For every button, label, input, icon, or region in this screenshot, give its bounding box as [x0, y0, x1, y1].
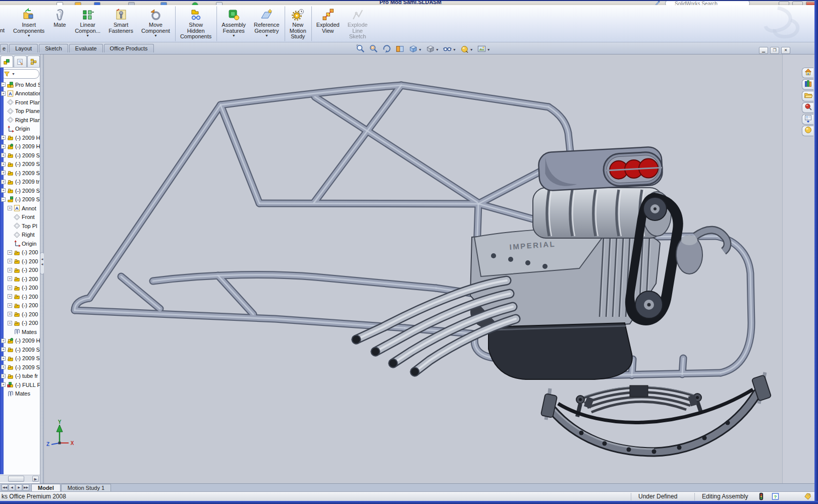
command-button[interactable]: Exploded View ▼ [311, 6, 344, 41]
tree-item[interactable]: Front [0, 213, 40, 222]
command-button[interactable]: Assembly Features ▼ [216, 6, 250, 41]
expand-toggle[interactable]: + [8, 250, 12, 255]
tree-horizontal-scrollbar[interactable]: ▶ [0, 475, 40, 482]
tree-item[interactable]: + (-) FULL Fl [0, 380, 40, 389]
front-axle-leaf-spring[interactable] [541, 372, 772, 454]
dropdown-arrow-icon[interactable]: ▼ [435, 48, 439, 51]
dropdown-arrow-icon[interactable]: ▼ [27, 34, 31, 37]
document-tab[interactable]: Model [31, 484, 61, 491]
expand-toggle[interactable]: + [1, 171, 6, 175]
expand-toggle[interactable]: + [1, 339, 6, 343]
task-pane-tab[interactable] [802, 126, 813, 136]
assembly-3d-model[interactable]: IMPERIAL [44, 54, 782, 483]
tree-item[interactable]: + (-) 200 [0, 301, 40, 310]
commandmanager-tab[interactable]: Office Products [104, 44, 154, 52]
tree-item[interactable]: + (-) 200 [0, 319, 40, 328]
viewport-canvas[interactable]: IMPERIAL [44, 54, 782, 483]
command-button[interactable]: Mate ▼ [48, 6, 71, 41]
tree-item[interactable]: − Pro Mod Sami [0, 80, 40, 89]
expand-toggle[interactable]: + [1, 374, 6, 378]
commandmanager-tab[interactable]: Evaluate [69, 44, 103, 52]
expand-toggle[interactable]: + [1, 153, 6, 157]
tree-item[interactable]: Origin [0, 239, 40, 248]
tag-icon[interactable] [803, 492, 812, 500]
expand-toggle[interactable]: + [8, 286, 12, 290]
tree-item[interactable]: + (-) 2009 S [0, 363, 40, 372]
tree-item[interactable]: Top Pl [0, 221, 40, 231]
expand-toggle[interactable]: + [8, 312, 12, 316]
tree-item[interactable]: Right [0, 231, 40, 240]
traffic-light-icon[interactable] [757, 492, 766, 500]
minimize-button[interactable] [779, 2, 789, 5]
configurationmanager-tab[interactable] [27, 55, 40, 67]
tree-item[interactable]: + (-) 2009 S [0, 160, 40, 169]
expand-toggle[interactable]: + [8, 294, 12, 299]
tree-item[interactable]: + (-) 2009 H [0, 142, 40, 151]
tree-item[interactable]: Origin [0, 125, 40, 134]
expand-toggle[interactable]: + [1, 347, 6, 352]
featuremanager-tree-tab[interactable] [1, 55, 13, 67]
expand-toggle[interactable]: + [1, 135, 6, 140]
dropdown-arrow-icon[interactable]: ▼ [232, 34, 236, 37]
expand-toggle[interactable]: + [1, 144, 6, 149]
expand-toggle[interactable]: + [1, 356, 6, 361]
task-pane-tab[interactable] [802, 79, 813, 90]
task-pane-tab[interactable] [802, 102, 813, 113]
document-close-button[interactable]: ✕ [781, 47, 790, 54]
dropdown-arrow-icon[interactable]: ▼ [418, 48, 422, 51]
task-pane-tab[interactable] [802, 68, 813, 78]
command-button[interactable]: Explode Line Sketch ▼ [344, 6, 372, 41]
document-minimize-button[interactable]: ▁ [759, 47, 768, 54]
tree-item[interactable]: + Annotation [0, 89, 40, 98]
expand-toggle[interactable]: + [1, 91, 6, 96]
command-button[interactable]: New Motion Study ▼ [285, 6, 310, 41]
blower-scoop[interactable] [538, 146, 663, 191]
commandmanager-tab[interactable]: e [0, 44, 8, 52]
tree-item[interactable]: + (-) 2009 S [0, 151, 40, 160]
tree-filter-box[interactable]: ▼ [1, 69, 39, 79]
tree-item[interactable]: + (-) 200 [0, 284, 40, 293]
tree-item[interactable]: + (-) tube fr [0, 372, 40, 381]
scrollbar-right-arrow[interactable]: ▶ [32, 476, 39, 482]
dropdown-arrow-icon[interactable]: ▼ [86, 34, 89, 37]
tree-item[interactable]: + (-) 2009 tr [0, 178, 40, 187]
tree-item[interactable]: + (-) 200 [0, 248, 40, 257]
quick-tips-help-icon[interactable] [771, 492, 780, 500]
expand-toggle[interactable]: + [8, 321, 12, 325]
task-pane-tab[interactable] [802, 114, 813, 125]
commandmanager-tab[interactable]: Layout [9, 44, 38, 52]
tree-item[interactable]: + (-) 2009 S [0, 354, 40, 363]
tree-item[interactable]: + (-) 200 [0, 266, 40, 275]
command-button[interactable]: Insert Components ▼ [9, 6, 48, 41]
command-button[interactable]: Reference Geometry ▼ [250, 6, 284, 41]
tree-item[interactable]: Right Plan [0, 116, 40, 125]
dropdown-arrow-icon[interactable]: ▼ [265, 34, 268, 37]
tree-item[interactable]: + (-) 200 [0, 257, 40, 266]
expand-toggle[interactable]: + [8, 303, 12, 308]
expand-toggle[interactable]: − [1, 197, 6, 202]
document-restore-button[interactable]: ❐ [770, 47, 779, 54]
command-button[interactable]: Move Component ▼ [137, 6, 174, 41]
tree-item[interactable]: + (-) 200 [0, 292, 40, 301]
tree-item[interactable]: + (-) 2009 S [0, 345, 40, 354]
tree-item[interactable]: + (-) 200 [0, 274, 40, 284]
previous-tab-button[interactable]: ◀ [9, 484, 15, 491]
first-tab-button[interactable]: ◀◀ [2, 484, 8, 491]
tree-item[interactable]: + (-) 200 [0, 310, 40, 319]
command-button[interactable]: Linear Compon... ▼ [71, 6, 104, 41]
command-button[interactable]: Smart Fasteners ▼ [104, 6, 137, 41]
tree-item[interactable]: + (-) 2009 S [0, 186, 40, 195]
expand-toggle[interactable]: + [8, 206, 12, 210]
expand-toggle[interactable]: + [8, 268, 12, 272]
tree-item[interactable]: + Annot [0, 204, 40, 213]
oil-pan[interactable] [488, 323, 632, 379]
tree-item[interactable]: Front Plan [0, 98, 40, 107]
dropdown-arrow-icon[interactable]: ▼ [470, 48, 473, 51]
tree-item[interactable]: Mates [0, 327, 40, 337]
expand-toggle[interactable]: − [1, 82, 6, 87]
tree-item[interactable]: + (-) 2009 H [0, 337, 40, 346]
dropdown-arrow-icon[interactable]: ▼ [487, 48, 490, 51]
expand-toggle[interactable]: + [8, 276, 12, 281]
engine-model[interactable]: IMPERIAL [470, 146, 727, 379]
maximize-button[interactable] [792, 2, 803, 5]
